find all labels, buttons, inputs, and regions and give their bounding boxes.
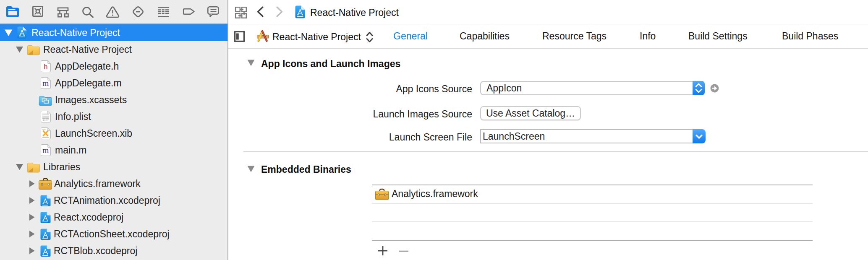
svg-text:h: h <box>44 62 48 71</box>
svg-text:m: m <box>43 79 49 88</box>
svg-text:m: m <box>43 146 49 155</box>
svg-text:PLIST: PLIST <box>43 119 49 122</box>
